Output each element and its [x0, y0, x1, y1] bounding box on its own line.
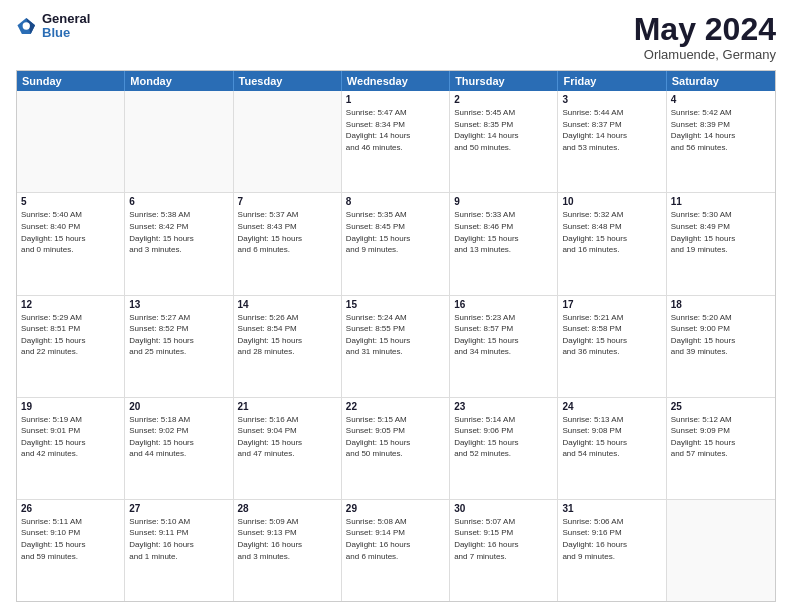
day-info: Sunrise: 5:42 AMSunset: 8:39 PMDaylight:…: [671, 107, 771, 153]
day-cell-7: 7Sunrise: 5:37 AMSunset: 8:43 PMDaylight…: [234, 193, 342, 294]
logo-icon: [16, 15, 38, 37]
day-number: 14: [238, 299, 337, 310]
logo: General Blue: [16, 12, 90, 41]
day-cell-14: 14Sunrise: 5:26 AMSunset: 8:54 PMDayligh…: [234, 296, 342, 397]
day-cell-22: 22Sunrise: 5:15 AMSunset: 9:05 PMDayligh…: [342, 398, 450, 499]
day-info: Sunrise: 5:33 AMSunset: 8:46 PMDaylight:…: [454, 209, 553, 255]
day-cell-12: 12Sunrise: 5:29 AMSunset: 8:51 PMDayligh…: [17, 296, 125, 397]
day-number: 28: [238, 503, 337, 514]
day-info: Sunrise: 5:29 AMSunset: 8:51 PMDaylight:…: [21, 312, 120, 358]
day-number: 25: [671, 401, 771, 412]
day-number: 4: [671, 94, 771, 105]
header: General Blue May 2024 Orlamuende, German…: [16, 12, 776, 62]
day-number: 3: [562, 94, 661, 105]
day-number: 15: [346, 299, 445, 310]
day-number: 9: [454, 196, 553, 207]
day-cell-29: 29Sunrise: 5:08 AMSunset: 9:14 PMDayligh…: [342, 500, 450, 601]
day-cell-6: 6Sunrise: 5:38 AMSunset: 8:42 PMDaylight…: [125, 193, 233, 294]
day-header-monday: Monday: [125, 71, 233, 91]
day-cell-13: 13Sunrise: 5:27 AMSunset: 8:52 PMDayligh…: [125, 296, 233, 397]
day-number: 30: [454, 503, 553, 514]
day-info: Sunrise: 5:23 AMSunset: 8:57 PMDaylight:…: [454, 312, 553, 358]
day-info: Sunrise: 5:10 AMSunset: 9:11 PMDaylight:…: [129, 516, 228, 562]
day-number: 2: [454, 94, 553, 105]
day-number: 23: [454, 401, 553, 412]
logo-line1: General: [42, 12, 90, 26]
day-cell-empty-4-6: [667, 500, 775, 601]
day-number: 29: [346, 503, 445, 514]
day-cell-26: 26Sunrise: 5:11 AMSunset: 9:10 PMDayligh…: [17, 500, 125, 601]
calendar-week-4: 19Sunrise: 5:19 AMSunset: 9:01 PMDayligh…: [17, 398, 775, 500]
day-cell-11: 11Sunrise: 5:30 AMSunset: 8:49 PMDayligh…: [667, 193, 775, 294]
day-info: Sunrise: 5:12 AMSunset: 9:09 PMDaylight:…: [671, 414, 771, 460]
day-info: Sunrise: 5:38 AMSunset: 8:42 PMDaylight:…: [129, 209, 228, 255]
day-info: Sunrise: 5:18 AMSunset: 9:02 PMDaylight:…: [129, 414, 228, 460]
day-cell-9: 9Sunrise: 5:33 AMSunset: 8:46 PMDaylight…: [450, 193, 558, 294]
day-number: 7: [238, 196, 337, 207]
day-cell-19: 19Sunrise: 5:19 AMSunset: 9:01 PMDayligh…: [17, 398, 125, 499]
day-cell-5: 5Sunrise: 5:40 AMSunset: 8:40 PMDaylight…: [17, 193, 125, 294]
day-header-thursday: Thursday: [450, 71, 558, 91]
day-number: 12: [21, 299, 120, 310]
calendar-week-5: 26Sunrise: 5:11 AMSunset: 9:10 PMDayligh…: [17, 500, 775, 601]
day-info: Sunrise: 5:16 AMSunset: 9:04 PMDaylight:…: [238, 414, 337, 460]
day-number: 24: [562, 401, 661, 412]
day-cell-8: 8Sunrise: 5:35 AMSunset: 8:45 PMDaylight…: [342, 193, 450, 294]
page: General Blue May 2024 Orlamuende, German…: [0, 0, 792, 612]
day-info: Sunrise: 5:44 AMSunset: 8:37 PMDaylight:…: [562, 107, 661, 153]
subtitle: Orlamuende, Germany: [634, 47, 776, 62]
day-number: 20: [129, 401, 228, 412]
day-info: Sunrise: 5:47 AMSunset: 8:34 PMDaylight:…: [346, 107, 445, 153]
day-cell-23: 23Sunrise: 5:14 AMSunset: 9:06 PMDayligh…: [450, 398, 558, 499]
calendar-week-2: 5Sunrise: 5:40 AMSunset: 8:40 PMDaylight…: [17, 193, 775, 295]
day-cell-16: 16Sunrise: 5:23 AMSunset: 8:57 PMDayligh…: [450, 296, 558, 397]
day-number: 21: [238, 401, 337, 412]
day-cell-1: 1Sunrise: 5:47 AMSunset: 8:34 PMDaylight…: [342, 91, 450, 192]
day-info: Sunrise: 5:45 AMSunset: 8:35 PMDaylight:…: [454, 107, 553, 153]
day-number: 16: [454, 299, 553, 310]
day-info: Sunrise: 5:08 AMSunset: 9:14 PMDaylight:…: [346, 516, 445, 562]
day-number: 11: [671, 196, 771, 207]
main-title: May 2024: [634, 12, 776, 47]
day-info: Sunrise: 5:37 AMSunset: 8:43 PMDaylight:…: [238, 209, 337, 255]
day-cell-27: 27Sunrise: 5:10 AMSunset: 9:11 PMDayligh…: [125, 500, 233, 601]
calendar-week-3: 12Sunrise: 5:29 AMSunset: 8:51 PMDayligh…: [17, 296, 775, 398]
day-info: Sunrise: 5:27 AMSunset: 8:52 PMDaylight:…: [129, 312, 228, 358]
day-cell-24: 24Sunrise: 5:13 AMSunset: 9:08 PMDayligh…: [558, 398, 666, 499]
day-number: 17: [562, 299, 661, 310]
day-info: Sunrise: 5:30 AMSunset: 8:49 PMDaylight:…: [671, 209, 771, 255]
calendar-week-1: 1Sunrise: 5:47 AMSunset: 8:34 PMDaylight…: [17, 91, 775, 193]
day-cell-25: 25Sunrise: 5:12 AMSunset: 9:09 PMDayligh…: [667, 398, 775, 499]
day-cell-empty-0-0: [17, 91, 125, 192]
day-header-wednesday: Wednesday: [342, 71, 450, 91]
day-number: 19: [21, 401, 120, 412]
day-info: Sunrise: 5:09 AMSunset: 9:13 PMDaylight:…: [238, 516, 337, 562]
day-info: Sunrise: 5:14 AMSunset: 9:06 PMDaylight:…: [454, 414, 553, 460]
logo-line2: Blue: [42, 26, 90, 40]
day-info: Sunrise: 5:21 AMSunset: 8:58 PMDaylight:…: [562, 312, 661, 358]
day-cell-18: 18Sunrise: 5:20 AMSunset: 9:00 PMDayligh…: [667, 296, 775, 397]
day-info: Sunrise: 5:35 AMSunset: 8:45 PMDaylight:…: [346, 209, 445, 255]
day-cell-21: 21Sunrise: 5:16 AMSunset: 9:04 PMDayligh…: [234, 398, 342, 499]
day-number: 5: [21, 196, 120, 207]
day-info: Sunrise: 5:32 AMSunset: 8:48 PMDaylight:…: [562, 209, 661, 255]
day-cell-empty-0-1: [125, 91, 233, 192]
day-info: Sunrise: 5:07 AMSunset: 9:15 PMDaylight:…: [454, 516, 553, 562]
day-info: Sunrise: 5:13 AMSunset: 9:08 PMDaylight:…: [562, 414, 661, 460]
day-cell-31: 31Sunrise: 5:06 AMSunset: 9:16 PMDayligh…: [558, 500, 666, 601]
day-cell-17: 17Sunrise: 5:21 AMSunset: 8:58 PMDayligh…: [558, 296, 666, 397]
day-cell-2: 2Sunrise: 5:45 AMSunset: 8:35 PMDaylight…: [450, 91, 558, 192]
day-number: 13: [129, 299, 228, 310]
day-number: 31: [562, 503, 661, 514]
day-number: 6: [129, 196, 228, 207]
day-cell-28: 28Sunrise: 5:09 AMSunset: 9:13 PMDayligh…: [234, 500, 342, 601]
day-info: Sunrise: 5:40 AMSunset: 8:40 PMDaylight:…: [21, 209, 120, 255]
day-info: Sunrise: 5:26 AMSunset: 8:54 PMDaylight:…: [238, 312, 337, 358]
day-number: 22: [346, 401, 445, 412]
day-number: 27: [129, 503, 228, 514]
day-number: 10: [562, 196, 661, 207]
day-header-saturday: Saturday: [667, 71, 775, 91]
day-cell-30: 30Sunrise: 5:07 AMSunset: 9:15 PMDayligh…: [450, 500, 558, 601]
day-number: 26: [21, 503, 120, 514]
calendar-body: 1Sunrise: 5:47 AMSunset: 8:34 PMDaylight…: [17, 91, 775, 601]
